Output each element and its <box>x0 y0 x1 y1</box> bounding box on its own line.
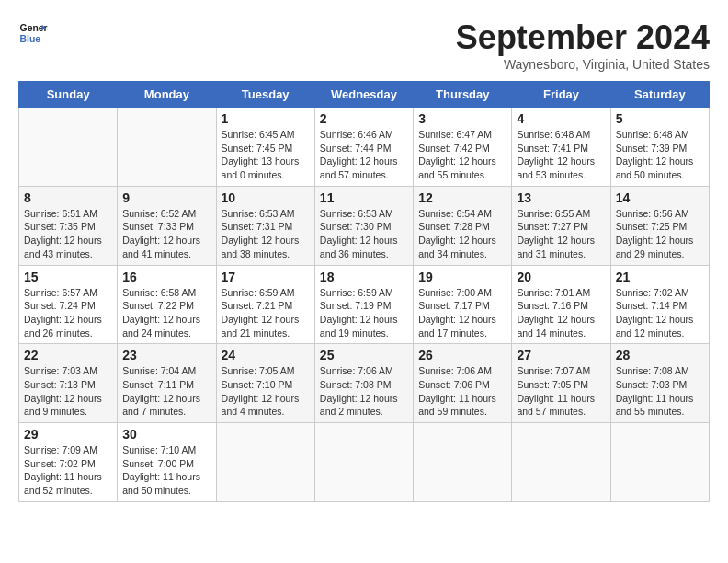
calendar-cell: 5Sunrise: 6:48 AMSunset: 7:39 PMDaylight… <box>610 108 709 187</box>
calendar-week-1: 1Sunrise: 6:45 AMSunset: 7:45 PMDaylight… <box>19 108 710 187</box>
calendar-cell: 9Sunrise: 6:52 AMSunset: 7:33 PMDaylight… <box>118 186 216 265</box>
day-number: 13 <box>517 190 605 205</box>
calendar-cell: 20Sunrise: 7:01 AMSunset: 7:16 PMDayligh… <box>512 265 610 344</box>
calendar-cell: 8Sunrise: 6:51 AMSunset: 7:35 PMDaylight… <box>19 186 118 265</box>
calendar-cell <box>610 423 709 502</box>
weekday-header-thursday: Thursday <box>414 82 512 108</box>
day-number: 4 <box>517 111 605 126</box>
logo: General Blue <box>18 18 48 48</box>
day-detail: Sunrise: 7:02 AMSunset: 7:14 PMDaylight:… <box>616 286 704 340</box>
day-number: 22 <box>24 348 112 362</box>
day-number: 10 <box>222 190 310 205</box>
calendar-cell <box>19 108 118 187</box>
day-number: 1 <box>222 111 310 126</box>
calendar-cell <box>216 423 314 502</box>
calendar-cell <box>512 423 610 502</box>
day-number: 3 <box>418 111 506 126</box>
calendar-cell: 28Sunrise: 7:08 AMSunset: 7:03 PMDayligh… <box>610 344 709 423</box>
weekday-header-saturday: Saturday <box>610 82 709 108</box>
day-detail: Sunrise: 6:56 AMSunset: 7:25 PMDaylight:… <box>616 207 704 261</box>
calendar-cell: 26Sunrise: 7:06 AMSunset: 7:06 PMDayligh… <box>414 344 512 423</box>
day-number: 27 <box>517 348 605 362</box>
day-detail: Sunrise: 7:10 AMSunset: 7:00 PMDaylight:… <box>122 443 210 498</box>
day-detail: Sunrise: 7:06 AMSunset: 7:08 PMDaylight:… <box>320 364 408 419</box>
day-detail: Sunrise: 7:06 AMSunset: 7:06 PMDaylight:… <box>418 364 506 419</box>
day-detail: Sunrise: 6:47 AMSunset: 7:42 PMDaylight:… <box>418 128 506 182</box>
day-number: 29 <box>24 427 112 442</box>
calendar-cell: 4Sunrise: 6:48 AMSunset: 7:41 PMDaylight… <box>512 108 610 187</box>
month-title: September 2024 <box>456 18 710 57</box>
weekday-header-tuesday: Tuesday <box>216 82 314 108</box>
day-number: 18 <box>320 270 408 284</box>
calendar-cell: 16Sunrise: 6:58 AMSunset: 7:22 PMDayligh… <box>118 265 216 344</box>
day-detail: Sunrise: 6:59 AMSunset: 7:19 PMDaylight:… <box>320 286 408 340</box>
calendar-cell: 18Sunrise: 6:59 AMSunset: 7:19 PMDayligh… <box>314 265 413 344</box>
title-area: September 2024 Waynesboro, Virginia, Uni… <box>456 18 710 72</box>
calendar-cell: 2Sunrise: 6:46 AMSunset: 7:44 PMDaylight… <box>314 108 413 187</box>
day-detail: Sunrise: 6:55 AMSunset: 7:27 PMDaylight:… <box>517 207 605 261</box>
day-detail: Sunrise: 6:52 AMSunset: 7:33 PMDaylight:… <box>122 207 210 261</box>
day-number: 9 <box>122 190 210 205</box>
day-number: 12 <box>418 190 506 205</box>
calendar-cell: 12Sunrise: 6:54 AMSunset: 7:28 PMDayligh… <box>414 186 512 265</box>
day-number: 26 <box>418 348 506 362</box>
calendar-cell: 13Sunrise: 6:55 AMSunset: 7:27 PMDayligh… <box>512 186 610 265</box>
calendar-table: SundayMondayTuesdayWednesdayThursdayFrid… <box>18 81 710 502</box>
day-detail: Sunrise: 6:57 AMSunset: 7:24 PMDaylight:… <box>24 286 112 340</box>
calendar-cell: 23Sunrise: 7:04 AMSunset: 7:11 PMDayligh… <box>118 344 216 423</box>
weekday-header-sunday: Sunday <box>19 82 118 108</box>
day-number: 17 <box>222 270 310 284</box>
day-number: 25 <box>320 348 408 362</box>
day-number: 5 <box>616 111 704 126</box>
calendar-week-3: 15Sunrise: 6:57 AMSunset: 7:24 PMDayligh… <box>19 265 710 344</box>
day-detail: Sunrise: 6:54 AMSunset: 7:28 PMDaylight:… <box>418 207 506 261</box>
day-detail: Sunrise: 6:46 AMSunset: 7:44 PMDaylight:… <box>320 128 408 182</box>
calendar-week-4: 22Sunrise: 7:03 AMSunset: 7:13 PMDayligh… <box>19 344 710 423</box>
calendar-cell: 17Sunrise: 6:59 AMSunset: 7:21 PMDayligh… <box>216 265 314 344</box>
calendar-cell <box>314 423 413 502</box>
calendar-cell: 19Sunrise: 7:00 AMSunset: 7:17 PMDayligh… <box>414 265 512 344</box>
day-number: 16 <box>122 270 210 284</box>
weekday-header-friday: Friday <box>512 82 610 108</box>
day-number: 24 <box>222 348 310 362</box>
day-detail: Sunrise: 7:09 AMSunset: 7:02 PMDaylight:… <box>24 443 112 498</box>
day-detail: Sunrise: 7:03 AMSunset: 7:13 PMDaylight:… <box>24 364 112 419</box>
calendar-week-5: 29Sunrise: 7:09 AMSunset: 7:02 PMDayligh… <box>19 423 710 502</box>
day-detail: Sunrise: 6:53 AMSunset: 7:30 PMDaylight:… <box>320 207 408 261</box>
day-number: 8 <box>24 190 112 205</box>
day-number: 20 <box>517 270 605 284</box>
day-detail: Sunrise: 7:04 AMSunset: 7:11 PMDaylight:… <box>122 364 210 419</box>
location: Waynesboro, Virginia, United States <box>456 57 710 72</box>
day-detail: Sunrise: 7:08 AMSunset: 7:03 PMDaylight:… <box>616 364 704 419</box>
day-detail: Sunrise: 6:51 AMSunset: 7:35 PMDaylight:… <box>24 207 112 261</box>
calendar-cell: 30Sunrise: 7:10 AMSunset: 7:00 PMDayligh… <box>118 423 216 502</box>
day-detail: Sunrise: 6:59 AMSunset: 7:21 PMDaylight:… <box>222 286 310 340</box>
calendar-cell: 11Sunrise: 6:53 AMSunset: 7:30 PMDayligh… <box>314 186 413 265</box>
day-detail: Sunrise: 6:48 AMSunset: 7:39 PMDaylight:… <box>616 128 704 182</box>
page-header: General Blue September 2024 Waynesboro, … <box>18 18 710 72</box>
calendar-cell: 1Sunrise: 6:45 AMSunset: 7:45 PMDaylight… <box>216 108 314 187</box>
day-detail: Sunrise: 7:01 AMSunset: 7:16 PMDaylight:… <box>517 286 605 340</box>
day-detail: Sunrise: 6:48 AMSunset: 7:41 PMDaylight:… <box>517 128 605 182</box>
day-detail: Sunrise: 7:07 AMSunset: 7:05 PMDaylight:… <box>517 364 605 419</box>
day-number: 11 <box>320 190 408 205</box>
day-number: 21 <box>616 270 704 284</box>
calendar-cell: 22Sunrise: 7:03 AMSunset: 7:13 PMDayligh… <box>19 344 118 423</box>
calendar-cell <box>414 423 512 502</box>
day-detail: Sunrise: 7:05 AMSunset: 7:10 PMDaylight:… <box>222 364 310 419</box>
day-number: 23 <box>122 348 210 362</box>
day-detail: Sunrise: 7:00 AMSunset: 7:17 PMDaylight:… <box>418 286 506 340</box>
svg-text:Blue: Blue <box>20 34 41 44</box>
calendar-cell: 25Sunrise: 7:06 AMSunset: 7:08 PMDayligh… <box>314 344 413 423</box>
calendar-cell: 29Sunrise: 7:09 AMSunset: 7:02 PMDayligh… <box>19 423 118 502</box>
day-number: 19 <box>418 270 506 284</box>
calendar-cell: 27Sunrise: 7:07 AMSunset: 7:05 PMDayligh… <box>512 344 610 423</box>
calendar-cell: 21Sunrise: 7:02 AMSunset: 7:14 PMDayligh… <box>610 265 709 344</box>
weekday-header-monday: Monday <box>118 82 216 108</box>
day-number: 2 <box>320 111 408 126</box>
calendar-cell: 15Sunrise: 6:57 AMSunset: 7:24 PMDayligh… <box>19 265 118 344</box>
day-detail: Sunrise: 6:45 AMSunset: 7:45 PMDaylight:… <box>222 128 310 182</box>
day-number: 15 <box>24 270 112 284</box>
day-number: 30 <box>122 427 210 442</box>
calendar-cell: 24Sunrise: 7:05 AMSunset: 7:10 PMDayligh… <box>216 344 314 423</box>
